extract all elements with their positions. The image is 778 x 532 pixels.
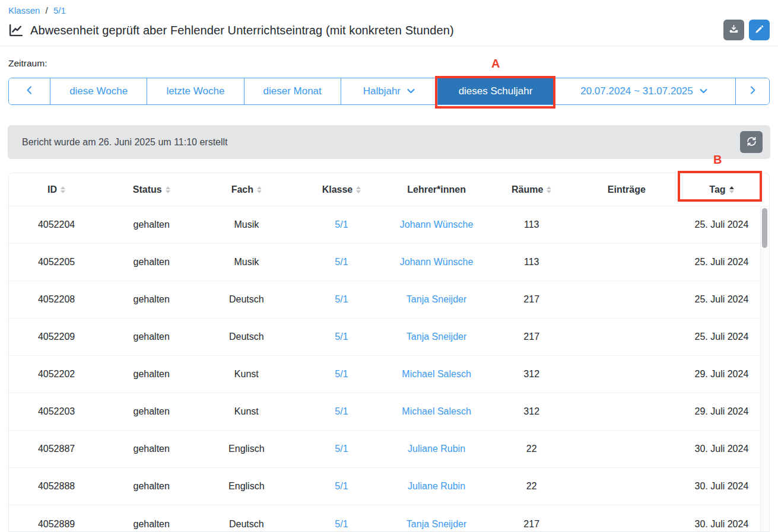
teacher-link[interactable]: Michael Salesch bbox=[389, 406, 484, 417]
download-icon bbox=[728, 24, 739, 37]
column-header-id[interactable]: ID bbox=[9, 184, 104, 195]
cell-tag: 29. Juli 2024 bbox=[674, 406, 769, 417]
period-button-label: diese Woche bbox=[69, 85, 128, 97]
period-daterange-dropdown[interactable]: 20.07.2024 ~ 31.07.2025 bbox=[553, 78, 736, 104]
results-table: IDStatusFachKlasseLehrer*innenRäumeEintr… bbox=[8, 173, 770, 532]
table-row: 4052209gehaltenDeutsch5/1Tanja Sneijder2… bbox=[9, 318, 769, 356]
period-button-label: Halbjahr bbox=[363, 85, 401, 97]
teacher-link[interactable]: Michael Salesch bbox=[389, 369, 484, 380]
table-row: 4052204gehaltenMusik5/1Johann Wünsche113… bbox=[9, 206, 769, 244]
column-header-tag[interactable]: Tag bbox=[674, 184, 769, 195]
cell-raeume: 217 bbox=[484, 332, 579, 342]
table-row: 4052203gehaltenKunst5/1Michael Salesch31… bbox=[9, 393, 769, 431]
class-link[interactable]: 5/1 bbox=[294, 332, 389, 342]
cell-fach: Kunst bbox=[199, 406, 294, 417]
cell-tag: 25. Juli 2024 bbox=[674, 219, 769, 230]
cell-raeume: 217 bbox=[484, 294, 579, 305]
cell-raeume: 22 bbox=[484, 481, 579, 492]
teacher-link[interactable]: Johann Wünsche bbox=[389, 219, 484, 230]
period-button-group: diese Wocheletzte Wochedieser MonatHalbj… bbox=[8, 78, 770, 105]
period-last-week-button[interactable]: letzte Woche bbox=[147, 78, 244, 104]
period-button-label: dieses Schuljahr bbox=[459, 85, 533, 97]
period-label: Zeitraum: bbox=[8, 58, 47, 69]
download-button[interactable] bbox=[723, 20, 744, 40]
cell-fach: Deutsch bbox=[199, 294, 294, 305]
period-button-label: letzte Woche bbox=[166, 85, 224, 97]
cell-status: gehalten bbox=[104, 519, 199, 530]
cell-status: gehalten bbox=[104, 294, 199, 305]
table-row: 4052205gehaltenMusik5/1Johann Wünsche113… bbox=[9, 244, 769, 281]
cell-status: gehalten bbox=[104, 257, 199, 267]
column-label: ID bbox=[47, 184, 57, 195]
period-this-week-button[interactable]: diese Woche bbox=[50, 78, 147, 104]
class-link[interactable]: 5/1 bbox=[294, 519, 389, 530]
column-header-lehrer: Lehrer*innen bbox=[389, 184, 484, 195]
cell-fach: Musik bbox=[199, 219, 294, 230]
teacher-link[interactable]: Johann Wünsche bbox=[389, 257, 484, 267]
cell-raeume: 113 bbox=[484, 257, 579, 267]
class-link[interactable]: 5/1 bbox=[294, 257, 389, 267]
period-this-schoolyear-button[interactable]: dieses Schuljahr bbox=[438, 78, 553, 104]
teacher-link[interactable]: Juliane Rubin bbox=[389, 444, 484, 454]
class-link[interactable]: 5/1 bbox=[294, 406, 389, 417]
teacher-link[interactable]: Juliane Rubin bbox=[389, 481, 484, 492]
edit-button[interactable] bbox=[749, 20, 770, 40]
cell-id: 4052204 bbox=[9, 219, 104, 230]
cell-id: 4052202 bbox=[9, 369, 104, 380]
class-link[interactable]: 5/1 bbox=[294, 481, 389, 492]
column-header-raeume[interactable]: Räume bbox=[484, 184, 579, 195]
cell-raeume: 22 bbox=[484, 444, 579, 454]
class-link[interactable]: 5/1 bbox=[294, 369, 389, 380]
table-scrollbar[interactable] bbox=[760, 207, 769, 531]
teacher-link[interactable]: Tanja Sneijder bbox=[389, 294, 484, 305]
refresh-icon bbox=[746, 136, 757, 149]
refresh-button[interactable] bbox=[740, 131, 763, 153]
chevron-down-icon bbox=[699, 85, 708, 97]
annotation-label-a: A bbox=[491, 57, 500, 71]
chevron-left-icon bbox=[25, 85, 34, 98]
chevron-down-icon bbox=[407, 85, 415, 97]
period-this-month-button[interactable]: dieser Monat bbox=[244, 78, 341, 104]
cell-id: 4052209 bbox=[9, 332, 104, 342]
table-row: 4052888gehaltenEnglisch5/1Juliane Rubin2… bbox=[9, 468, 769, 505]
report-bar: Bericht wurde am 26. Juni 2025 um 11:10 … bbox=[8, 125, 770, 159]
column-label: Räume bbox=[512, 184, 543, 195]
period-next-button[interactable] bbox=[736, 78, 769, 104]
scrollbar-thumb[interactable] bbox=[762, 208, 767, 248]
class-link[interactable]: 5/1 bbox=[294, 219, 389, 230]
cell-fach: Englisch bbox=[199, 481, 294, 492]
period-halbjahr-dropdown[interactable]: Halbjahr bbox=[341, 78, 438, 104]
column-label: Lehrer*innen bbox=[407, 184, 466, 195]
table-row: 4052202gehaltenKunst5/1Michael Salesch31… bbox=[9, 356, 769, 393]
header-divider bbox=[0, 46, 778, 46]
cell-raeume: 312 bbox=[484, 369, 579, 380]
column-header-status[interactable]: Status bbox=[104, 184, 199, 195]
cell-fach: Deutsch bbox=[199, 332, 294, 342]
page: Klassen / 5/1 Abwesenheit geprüft aber F… bbox=[0, 0, 778, 532]
cell-raeume: 113 bbox=[484, 219, 579, 230]
cell-fach: Musik bbox=[199, 257, 294, 267]
cell-fach: Englisch bbox=[199, 444, 294, 454]
sort-carets-icon bbox=[257, 186, 262, 193]
column-label: Tag bbox=[709, 184, 725, 195]
cell-fach: Kunst bbox=[199, 369, 294, 380]
column-header-klasse[interactable]: Klasse bbox=[294, 184, 389, 195]
breadcrumb-link-klassen[interactable]: Klassen bbox=[8, 5, 40, 15]
column-label: Fach bbox=[231, 184, 253, 195]
class-link[interactable]: 5/1 bbox=[294, 444, 389, 454]
cell-id: 4052205 bbox=[9, 257, 104, 267]
sort-carets-icon bbox=[547, 186, 551, 193]
breadcrumb: Klassen / 5/1 bbox=[8, 5, 66, 15]
cell-status: gehalten bbox=[104, 481, 199, 492]
title-actions bbox=[723, 20, 770, 40]
breadcrumb-link-class[interactable]: 5/1 bbox=[53, 5, 66, 15]
column-label: Einträge bbox=[608, 184, 646, 195]
table-row: 4052208gehaltenDeutsch5/1Tanja Sneijder2… bbox=[9, 281, 769, 318]
cell-tag: 30. Juli 2024 bbox=[674, 481, 769, 492]
teacher-link[interactable]: Tanja Sneijder bbox=[389, 519, 484, 530]
column-header-fach[interactable]: Fach bbox=[199, 184, 294, 195]
class-link[interactable]: 5/1 bbox=[294, 294, 389, 305]
cell-id: 4052889 bbox=[9, 519, 104, 530]
period-prev-button[interactable] bbox=[9, 78, 50, 104]
teacher-link[interactable]: Tanja Sneijder bbox=[389, 332, 484, 342]
